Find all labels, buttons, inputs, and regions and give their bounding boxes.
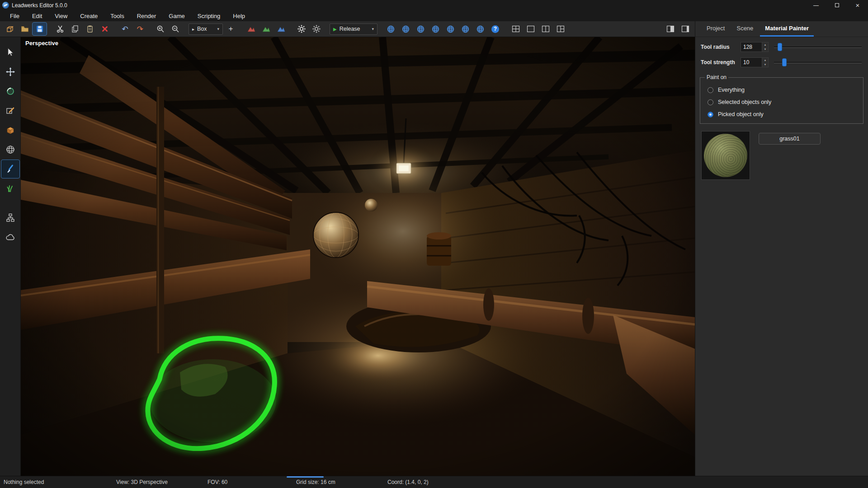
- delete-button[interactable]: [98, 23, 112, 35]
- grass-texture-preview: [704, 134, 747, 177]
- paste-button[interactable]: [83, 23, 97, 35]
- spinner-down-icon[interactable]: ▼: [762, 62, 768, 67]
- status-fov: FOV: 60: [208, 476, 227, 488]
- material-thumbnail[interactable]: [701, 131, 750, 180]
- tool-strength-input[interactable]: [741, 57, 762, 67]
- radio-picked-object[interactable]: Picked object only: [708, 111, 859, 118]
- paint-on-label: Paint on: [705, 74, 728, 80]
- zoom-out-button[interactable]: [168, 23, 182, 35]
- world-settings-button[interactable]: [309, 23, 323, 35]
- build-config-dropdown[interactable]: ▶ Release ▾: [330, 23, 377, 35]
- globe-toggle-7[interactable]: [473, 23, 487, 35]
- globe-toggle-1[interactable]: [384, 23, 398, 35]
- radio-selected-objects[interactable]: Selected objects only: [708, 99, 859, 106]
- face-edit-tool-button[interactable]: [1, 102, 19, 120]
- radio-dot: [709, 113, 712, 116]
- tool-radius-spinner[interactable]: ▲ ▼: [762, 42, 769, 52]
- redo-button[interactable]: ↷: [133, 23, 147, 35]
- globe-toggle-2[interactable]: [399, 23, 413, 35]
- undo-button[interactable]: ↶: [118, 23, 132, 35]
- toggle-side-panel-button[interactable]: [663, 23, 677, 35]
- face-edit-icon: [5, 106, 15, 116]
- close-button[interactable]: ×: [847, 0, 868, 10]
- menu-view[interactable]: View: [48, 10, 74, 21]
- hierarchy-tool-button[interactable]: [1, 209, 19, 227]
- radio-circle[interactable]: [708, 99, 713, 105]
- cut-button[interactable]: [53, 23, 67, 35]
- tool-strength-spinner[interactable]: ▲ ▼: [762, 57, 769, 67]
- maximize-button[interactable]: [826, 0, 847, 10]
- rotate-tool-button[interactable]: [1, 82, 19, 100]
- sphere-tool-button[interactable]: [1, 141, 19, 159]
- spinner-up-icon[interactable]: ▲: [762, 42, 768, 47]
- tool-radius-input[interactable]: [741, 42, 762, 52]
- terrain-blue-button[interactable]: [274, 23, 288, 35]
- vegetation-tool-button[interactable]: [1, 179, 19, 197]
- tool-rail: [0, 37, 21, 476]
- menu-tools[interactable]: Tools: [104, 10, 130, 21]
- zoom-in-icon: [156, 24, 165, 33]
- slider-thumb[interactable]: [782, 58, 787, 66]
- tab-scene[interactable]: Scene: [731, 21, 758, 37]
- mountain-blue-icon: [277, 24, 286, 33]
- globe-icon: [431, 25, 440, 33]
- paint-tool-button[interactable]: [1, 160, 19, 178]
- slider-thumb[interactable]: [778, 43, 782, 51]
- viewport-3d[interactable]: Perspective: [21, 37, 695, 476]
- tool-radius-slider[interactable]: [774, 42, 863, 52]
- copy-button[interactable]: [68, 23, 82, 35]
- viewport-label: Perspective: [25, 40, 58, 47]
- menu-edit[interactable]: Edit: [26, 10, 48, 21]
- globe-toggle-5[interactable]: [443, 23, 458, 35]
- slider-track[interactable]: [774, 62, 862, 63]
- settings-button[interactable]: [294, 23, 308, 35]
- menu-scripting[interactable]: Scripting: [191, 10, 227, 21]
- select-tool-button[interactable]: [1, 43, 19, 61]
- layout-single-button[interactable]: [524, 23, 538, 35]
- box-tool-button[interactable]: [1, 121, 19, 139]
- layout-split-right-button[interactable]: [553, 23, 567, 35]
- toggle-right-bar-button[interactable]: [678, 23, 692, 35]
- clipboard-icon: [85, 24, 94, 33]
- globe-toggle-3[interactable]: [414, 23, 428, 35]
- terrain-green-button[interactable]: [259, 23, 273, 35]
- paintbrush-icon: [5, 164, 15, 174]
- save-button[interactable]: [33, 23, 47, 35]
- menu-game[interactable]: Game: [162, 10, 191, 21]
- menu-create[interactable]: Create: [74, 10, 104, 21]
- mountain-green-icon: [262, 24, 271, 33]
- layout-quad-button[interactable]: [509, 23, 523, 35]
- move-tool-button[interactable]: [1, 63, 19, 81]
- add-primitive-button[interactable]: +: [224, 23, 238, 35]
- menu-help[interactable]: Help: [226, 10, 251, 21]
- help-button[interactable]: ?: [488, 23, 502, 35]
- open-button[interactable]: [18, 23, 32, 35]
- new-button[interactable]: [3, 23, 17, 35]
- globe-toggle-6[interactable]: [458, 23, 472, 35]
- menubar: File Edit View Create Tools Render Game …: [0, 10, 868, 21]
- spinner-up-icon[interactable]: ▲: [762, 58, 768, 62]
- layout-split-right-icon: [556, 24, 565, 33]
- globe-toggle-4[interactable]: [429, 23, 443, 35]
- menu-render[interactable]: Render: [131, 10, 163, 21]
- radio-circle-selected[interactable]: [708, 112, 713, 117]
- tool-strength-slider[interactable]: [774, 57, 863, 67]
- material-name-chip[interactable]: grass01: [759, 133, 821, 145]
- primitive-arrow-icon: ▸: [192, 27, 194, 32]
- slider-track[interactable]: [774, 47, 862, 48]
- hierarchy-icon: [5, 213, 15, 223]
- cloud-tool-button[interactable]: [1, 228, 19, 246]
- tab-material-painter[interactable]: Material Painter: [760, 21, 814, 37]
- save-floppy-icon: [35, 24, 44, 33]
- radio-circle[interactable]: [708, 87, 713, 93]
- spinner-down-icon[interactable]: ▼: [762, 47, 768, 52]
- zoom-out-icon: [171, 24, 180, 33]
- primitive-dropdown[interactable]: ▸ Box ▾: [189, 23, 223, 35]
- zoom-in-button[interactable]: [153, 23, 167, 35]
- terrain-red-button[interactable]: [244, 23, 258, 35]
- radio-everything[interactable]: Everything: [708, 86, 859, 94]
- minimize-button[interactable]: —: [806, 0, 826, 10]
- layout-split-vertical-button[interactable]: [538, 23, 552, 35]
- menu-file[interactable]: File: [4, 10, 26, 21]
- tab-project[interactable]: Project: [702, 21, 730, 37]
